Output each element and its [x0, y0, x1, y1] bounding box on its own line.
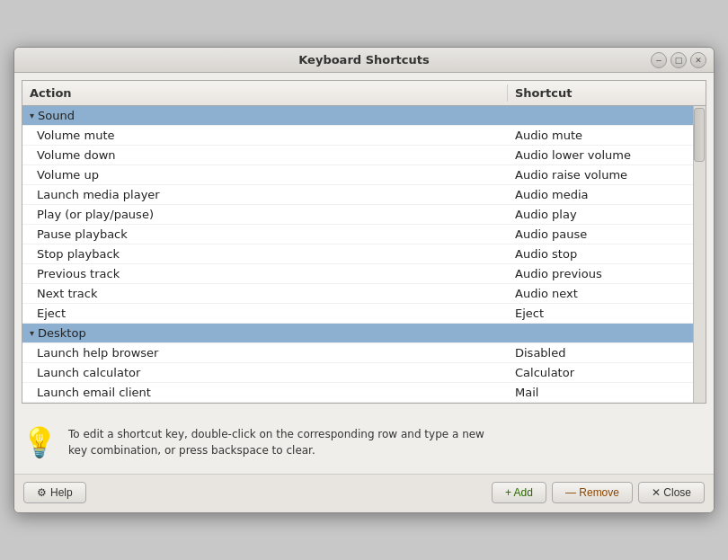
expand-icon: ▾ — [30, 111, 34, 120]
maximize-button[interactable]: □ — [670, 52, 687, 68]
table-row[interactable]: Eject Eject — [22, 304, 706, 324]
column-shortcut-header: Shortcut — [508, 84, 706, 102]
add-button[interactable]: + Add — [492, 482, 546, 503]
hint-icon-container: 💡 — [22, 420, 58, 465]
table-row[interactable]: Launch calculator Calculator — [22, 363, 706, 383]
table-row[interactable]: Pause playback Audio pause — [22, 225, 706, 244]
shortcuts-table: Action Shortcut ▾ Sound Volume mute Audi… — [22, 80, 706, 404]
table-row[interactable]: Launch media player Audio media — [22, 185, 706, 205]
group-desktop-shortcut — [508, 332, 706, 335]
group-desktop-label: ▾ Desktop — [22, 324, 508, 342]
minimize-button[interactable]: − — [651, 52, 667, 68]
group-desktop-row[interactable]: ▾ Desktop — [22, 324, 706, 343]
table-row[interactable]: Next track Audio next — [22, 284, 706, 304]
lightbulb-icon: 💡 — [22, 425, 58, 459]
help-icon: ⚙ — [37, 486, 47, 499]
table-row[interactable]: Volume up Audio raise volume — [22, 165, 706, 185]
expand-icon: ▾ — [30, 328, 34, 338]
table-row[interactable]: Previous track Audio previous — [22, 264, 706, 284]
button-bar: ⚙ Help + Add — Remove ✕ Close — [14, 474, 714, 512]
scrollbar-track[interactable] — [693, 106, 706, 403]
group-sound-label: ▾ Sound — [22, 107, 508, 124]
table-header: Action Shortcut — [22, 81, 706, 106]
close-window-button[interactable]: ✕ — [690, 52, 706, 68]
hint-area: 💡 To edit a shortcut key, double-click o… — [14, 411, 714, 474]
table-row[interactable]: Play (or play/pause) Audio play — [22, 205, 706, 225]
titlebar: Keyboard Shortcuts − □ ✕ — [14, 48, 714, 73]
table-row[interactable]: Stop playback Audio stop — [22, 244, 706, 264]
window-controls: − □ ✕ — [651, 52, 706, 68]
table-row[interactable]: Volume down Audio lower volume — [22, 146, 706, 165]
group-sound-row[interactable]: ▾ Sound — [22, 106, 706, 126]
window-title: Keyboard Shortcuts — [298, 53, 429, 67]
scrollbar-thumb[interactable] — [694, 108, 705, 162]
hint-text: To edit a shortcut key, double-click on … — [68, 426, 484, 458]
column-action-header: Action — [22, 84, 508, 102]
help-button[interactable]: ⚙ Help — [23, 482, 86, 503]
table-row[interactable]: Volume mute Audio mute — [22, 126, 706, 146]
main-content: Action Shortcut ▾ Sound Volume mute Audi… — [14, 73, 714, 411]
group-sound-shortcut — [508, 114, 706, 118]
remove-button[interactable]: — Remove — [552, 482, 633, 503]
table-row[interactable]: Launch help browser Disabled — [22, 343, 706, 363]
table-row[interactable]: Launch email client Mail — [22, 383, 706, 403]
table-body[interactable]: ▾ Sound Volume mute Audio mute Volume do… — [22, 106, 706, 403]
close-button[interactable]: ✕ Close — [638, 482, 705, 503]
keyboard-shortcuts-window: Keyboard Shortcuts − □ ✕ Action Shortcut — [13, 47, 715, 513]
